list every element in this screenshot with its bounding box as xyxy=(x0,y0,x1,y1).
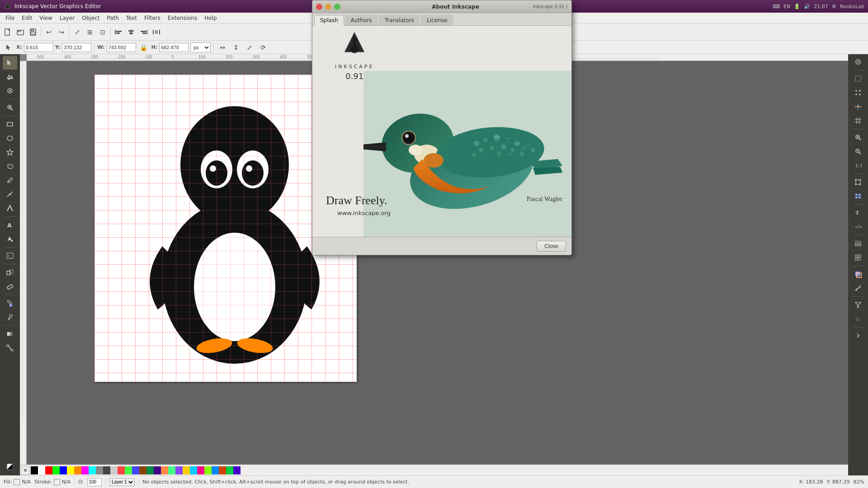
color-swatch[interactable] xyxy=(168,466,175,474)
about-close-button[interactable]: Close xyxy=(537,241,566,252)
color-swatch[interactable] xyxy=(226,466,233,474)
color-swatch[interactable] xyxy=(146,466,154,474)
zoom-out[interactable] xyxy=(851,145,865,158)
undo-button[interactable]: ↩ xyxy=(43,26,55,38)
tab-authors[interactable]: Authors xyxy=(345,15,378,25)
clone-tool[interactable] xyxy=(3,266,17,279)
color-swatch[interactable] xyxy=(38,466,45,474)
w-coord-input[interactable] xyxy=(107,43,136,52)
spiral-tool[interactable] xyxy=(3,160,17,173)
h-coord-input[interactable] xyxy=(159,43,189,52)
color-swatch[interactable] xyxy=(67,466,74,474)
distribute-nodes[interactable] xyxy=(151,26,162,38)
node-tool[interactable] xyxy=(3,70,17,84)
color-swatch[interactable] xyxy=(31,466,38,474)
color-swatch[interactable] xyxy=(161,466,168,474)
unit-selector[interactable]: px mm cm in xyxy=(190,42,211,52)
color-picker-mini[interactable] xyxy=(3,460,17,474)
color-swatch[interactable] xyxy=(81,466,89,474)
menu-object[interactable]: Object xyxy=(78,14,103,22)
color-swatch[interactable] xyxy=(197,466,204,474)
star-tool[interactable] xyxy=(3,145,17,159)
tab-splash[interactable]: Splash xyxy=(314,15,344,26)
fill-tool[interactable] xyxy=(3,232,17,246)
menu-extensions[interactable]: Extensions xyxy=(164,14,201,22)
fill-stroke-panel[interactable] xyxy=(851,267,865,281)
color-swatch[interactable] xyxy=(52,466,60,474)
objects-panel[interactable] xyxy=(851,251,865,264)
snap-global-toggle[interactable] xyxy=(851,55,865,69)
selector-tool[interactable] xyxy=(3,56,17,70)
tab-translators[interactable]: Translators xyxy=(378,15,420,25)
align-nodes-right[interactable] xyxy=(138,26,150,38)
save-button[interactable] xyxy=(27,26,39,38)
pencil-tool[interactable] xyxy=(3,174,17,187)
color-swatch[interactable] xyxy=(103,466,110,474)
color-swatch[interactable] xyxy=(190,466,197,474)
paint-bucket-tool[interactable] xyxy=(3,296,17,310)
layer-selector[interactable]: Layer 1 xyxy=(109,478,135,486)
zoom-fit-drawing[interactable]: ⊞ xyxy=(84,26,96,38)
menu-filters[interactable]: Filters xyxy=(141,14,164,22)
select-tool-indicator[interactable] xyxy=(3,42,14,53)
zoom-fit-page[interactable]: ⤢ xyxy=(71,26,83,38)
open-button[interactable] xyxy=(14,26,26,38)
transform-y-btn[interactable]: ↕ xyxy=(230,42,242,53)
transform-tool[interactable] xyxy=(851,175,865,189)
align-distribute-tool[interactable] xyxy=(851,189,865,203)
text-format-tool[interactable]: T xyxy=(851,206,865,220)
color-swatch[interactable] xyxy=(204,466,212,474)
color-swatch[interactable] xyxy=(74,466,81,474)
color-swatch[interactable] xyxy=(118,466,125,474)
calligraph-tool[interactable] xyxy=(3,202,17,215)
menu-layer[interactable]: Layer xyxy=(56,14,78,22)
menu-help[interactable]: Help xyxy=(201,14,220,22)
no-color-btn[interactable]: ✕ xyxy=(21,466,30,475)
redo-button[interactable]: ↪ xyxy=(56,26,67,38)
dialog-close-btn[interactable] xyxy=(316,4,322,10)
ellipse-tool[interactable] xyxy=(3,131,17,145)
color-swatch[interactable] xyxy=(183,466,190,474)
layers-panel[interactable] xyxy=(851,237,865,250)
terminal-tool[interactable]: >_ xyxy=(3,249,17,263)
zoom-in[interactable] xyxy=(851,131,865,144)
filter-editor-panel[interactable] xyxy=(851,298,865,312)
zoom-fit-selection[interactable]: ⊡ xyxy=(97,26,108,38)
color-swatch[interactable] xyxy=(139,466,146,474)
x-coord-input[interactable] xyxy=(24,43,53,52)
snap-bbox[interactable] xyxy=(851,72,865,85)
node-editor-panel[interactable] xyxy=(851,282,865,295)
xml-editor-tool[interactable]: </> xyxy=(851,220,865,234)
y-coord-input[interactable] xyxy=(62,43,91,52)
new-button[interactable] xyxy=(2,26,14,38)
menu-view[interactable]: View xyxy=(36,14,56,22)
color-swatch[interactable] xyxy=(233,466,241,474)
align-nodes-left[interactable] xyxy=(113,26,124,38)
dropper-tool[interactable] xyxy=(3,310,17,324)
color-swatch[interactable] xyxy=(154,466,161,474)
color-swatch[interactable] xyxy=(212,466,219,474)
pen-tool[interactable] xyxy=(3,188,17,201)
menu-path[interactable]: Path xyxy=(103,14,122,22)
zoom-1to1[interactable]: 1:1 xyxy=(851,159,865,172)
color-swatch[interactable] xyxy=(89,466,96,474)
rect-tool[interactable] xyxy=(3,117,17,131)
color-swatch[interactable] xyxy=(125,466,132,474)
menu-file[interactable]: File xyxy=(2,14,18,22)
text-tool[interactable]: A xyxy=(3,218,17,232)
transform-both-btn[interactable]: ⤢ xyxy=(244,42,255,53)
gradient-tool[interactable] xyxy=(3,327,17,341)
color-swatch[interactable] xyxy=(219,466,226,474)
color-swatch[interactable] xyxy=(45,466,52,474)
snap-to-guide[interactable] xyxy=(851,100,865,113)
color-swatch[interactable] xyxy=(175,466,183,474)
menu-text[interactable]: Text xyxy=(123,14,141,22)
color-swatch[interactable] xyxy=(60,466,67,474)
connector-tool[interactable] xyxy=(3,341,17,355)
lock-aspect-btn[interactable]: 🔒 xyxy=(138,42,150,53)
color-swatch[interactable] xyxy=(132,466,139,474)
tweak-tool[interactable] xyxy=(3,84,17,98)
dialog-max-btn[interactable] xyxy=(334,4,340,10)
symbols-panel[interactable]: ☆ xyxy=(851,312,865,326)
tab-license[interactable]: License xyxy=(421,15,453,25)
